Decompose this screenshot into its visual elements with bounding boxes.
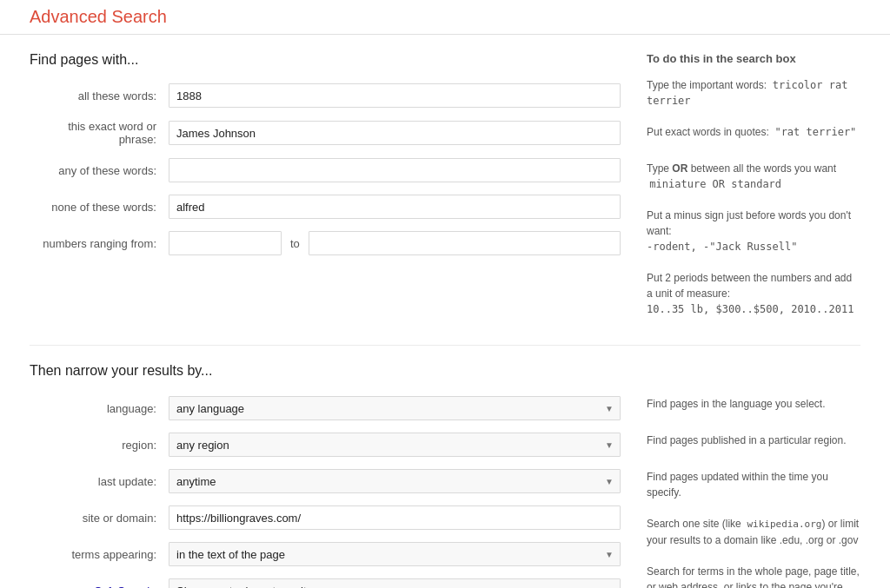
- range-to-input[interactable]: [309, 231, 621, 255]
- narrow-left: Then narrow your results by... language:…: [30, 361, 621, 588]
- narrow-title: Then narrow your results by...: [30, 361, 621, 380]
- terms-appearing-hint: Search for terms in the whole page, page…: [647, 560, 860, 589]
- site-domain-hint-text: Search one site (like wikipedia.org) or …: [647, 516, 860, 548]
- any-words-input[interactable]: [169, 158, 621, 182]
- site-domain-hint: Search one site (like wikipedia.org) or …: [647, 512, 860, 548]
- region-hint-text: Find pages published in a particular reg…: [647, 433, 846, 448]
- region-select-wrapper: any region ▼: [169, 433, 621, 457]
- safesearch-row: SafeSearch: Show most relevant results F…: [30, 578, 621, 588]
- region-select[interactable]: any region: [169, 433, 621, 457]
- hint-section-title: To do this in the search box: [647, 52, 860, 65]
- safesearch-select[interactable]: Show most relevant results Filter explic…: [169, 578, 621, 588]
- exact-phrase-row: this exact word or phrase:: [30, 120, 621, 146]
- last-update-row: last update: anytime past 24 hours past …: [30, 469, 621, 493]
- hint-range-text: Put 2 periods between the numbers and ad…: [647, 270, 860, 317]
- hint-any-words: Type OR between all the words you want m…: [647, 157, 860, 192]
- safesearch-select-wrapper: Show most relevant results Filter explic…: [169, 578, 621, 588]
- site-domain-input[interactable]: [169, 505, 621, 530]
- hint-all-words: Type the important words: tricolor rat t…: [647, 74, 860, 109]
- site-domain-row: site or domain:: [30, 505, 621, 530]
- none-words-label: none of these words:: [30, 201, 169, 214]
- last-update-select[interactable]: anytime past 24 hours past week past mon…: [169, 469, 621, 493]
- find-hints: To do this in the search box Type the im…: [647, 52, 860, 329]
- terms-appearing-hint-text: Search for terms in the whole page, page…: [647, 564, 860, 589]
- section-divider: [30, 345, 860, 346]
- hint-none-words: Put a minus sign just before words you d…: [647, 204, 860, 254]
- terms-appearing-row: terms appearing: in the text of the page…: [30, 542, 621, 566]
- hint-all-words-text: Type the important words: tricolor rat t…: [647, 77, 860, 109]
- none-words-input[interactable]: [169, 195, 621, 219]
- hint-exact-phrase: Put exact words in quotes: "rat terrier": [647, 121, 860, 145]
- exact-phrase-input[interactable]: [169, 121, 621, 145]
- hint-any-words-text: Type OR between all the words you want m…: [647, 161, 860, 192]
- language-hint-text: Find pages in the language you select.: [647, 396, 825, 412]
- narrow-section: Then narrow your results by... language:…: [30, 361, 860, 588]
- all-words-label: all these words:: [30, 89, 169, 102]
- range-row: numbers ranging from: to: [30, 231, 621, 255]
- last-update-hint-text: Find pages updated within the time you s…: [647, 469, 860, 500]
- range-label: numbers ranging from:: [30, 237, 169, 250]
- page-title: Advanced Search: [30, 7, 860, 27]
- all-words-row: all these words:: [30, 83, 621, 108]
- language-hint: Find pages in the language you select.: [647, 393, 860, 417]
- language-label: language:: [30, 402, 169, 415]
- region-row: region: any region ▼: [30, 433, 621, 457]
- any-words-label: any of these words:: [30, 164, 169, 177]
- terms-appearing-select-wrapper: in the text of the page in the title of …: [169, 542, 621, 566]
- site-domain-label: site or domain:: [30, 512, 169, 525]
- page-header: Advanced Search: [0, 0, 890, 35]
- find-section: Find pages with... all these words: this…: [30, 52, 860, 329]
- region-label: region:: [30, 439, 169, 452]
- range-from-input[interactable]: [169, 231, 282, 255]
- narrow-hints: Find pages in the language you select. F…: [647, 361, 860, 588]
- exact-phrase-label: this exact word or phrase:: [30, 120, 169, 146]
- language-select-wrapper: any language English French German Spani…: [169, 396, 621, 420]
- main-content: Find pages with... all these words: this…: [0, 35, 890, 588]
- range-to-label: to: [282, 237, 309, 250]
- hint-exact-phrase-text: Put exact words in quotes: "rat terrier": [647, 124, 856, 140]
- safesearch-label[interactable]: SafeSearch:: [30, 585, 169, 588]
- any-words-row: any of these words:: [30, 158, 621, 182]
- last-update-label: last update:: [30, 475, 169, 488]
- hint-range: Put 2 periods between the numbers and ad…: [647, 267, 860, 317]
- none-words-row: none of these words:: [30, 195, 621, 219]
- region-hint: Find pages published in a particular reg…: [647, 429, 860, 453]
- range-inputs: to: [169, 231, 621, 255]
- last-update-select-wrapper: anytime past 24 hours past week past mon…: [169, 469, 621, 493]
- find-left: Find pages with... all these words: this…: [30, 52, 621, 329]
- hint-none-words-text: Put a minus sign just before words you d…: [647, 208, 860, 254]
- narrow-hints-spacer: [647, 361, 860, 393]
- last-update-hint: Find pages updated within the time you s…: [647, 466, 860, 500]
- terms-appearing-label: terms appearing:: [30, 548, 169, 561]
- find-title: Find pages with...: [30, 52, 621, 68]
- all-words-input[interactable]: [169, 83, 621, 108]
- language-row: language: any language English French Ge…: [30, 396, 621, 420]
- language-select[interactable]: any language English French German Spani…: [169, 396, 621, 420]
- terms-appearing-select[interactable]: in the text of the page in the title of …: [169, 542, 621, 566]
